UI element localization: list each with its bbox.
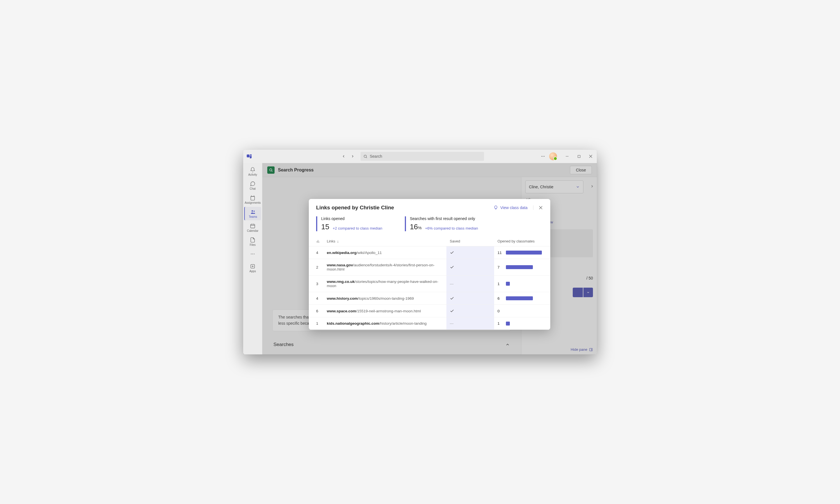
svg-point-17 bbox=[251, 254, 252, 254]
row-link[interactable]: en.wikipedia.org/wiki/Apollo_11 bbox=[323, 246, 446, 259]
stat-first-label: Searches with first result opened only bbox=[410, 216, 478, 221]
student-selector[interactable]: Cline, Christie bbox=[525, 180, 584, 193]
stat-links-label: Links opened bbox=[321, 216, 382, 221]
svg-rect-25 bbox=[590, 348, 593, 351]
table-row[interactable]: 4en.wikipedia.org/wiki/Apollo_1111 bbox=[309, 246, 550, 259]
check-icon bbox=[450, 296, 491, 301]
links-table: Links↓ Saved Opened by classmates 4en.wi… bbox=[309, 236, 550, 330]
rail-files-label: Files bbox=[250, 243, 255, 246]
view-class-data-link[interactable]: View class data bbox=[494, 205, 533, 210]
row-classmates: 1 bbox=[494, 275, 550, 292]
return-button[interactable] bbox=[573, 288, 583, 297]
bar-chart-icon bbox=[316, 239, 320, 243]
svg-point-23 bbox=[269, 169, 272, 171]
svg-point-11 bbox=[252, 210, 253, 212]
svg-point-12 bbox=[253, 211, 255, 212]
rail-activity[interactable]: Activity bbox=[244, 165, 261, 178]
svg-point-18 bbox=[252, 254, 253, 254]
close-button[interactable]: Close bbox=[570, 166, 592, 174]
next-student-button[interactable] bbox=[587, 184, 597, 188]
row-link[interactable]: www.nasa.gov/audience/forstudents/k-4/st… bbox=[323, 259, 446, 275]
row-saved: --- bbox=[446, 275, 494, 292]
search-icon bbox=[363, 154, 368, 159]
links-modal: Links opened by Christie Cline View clas… bbox=[309, 199, 550, 330]
searches-accordion[interactable]: Searches bbox=[272, 339, 511, 350]
titlebar: Search bbox=[243, 149, 597, 163]
rail-files[interactable]: Files bbox=[244, 235, 261, 248]
row-link[interactable]: www.rmg.co.uk/stories/topics/how-many-pe… bbox=[323, 275, 446, 292]
svg-rect-31 bbox=[319, 241, 319, 242]
row-count: 1 bbox=[309, 318, 323, 330]
row-classmates: 6 bbox=[494, 292, 550, 305]
rail-teams-label: Teams bbox=[249, 215, 257, 218]
not-saved-text: --- bbox=[450, 321, 454, 325]
rail-more[interactable] bbox=[244, 249, 261, 259]
svg-rect-29 bbox=[317, 241, 317, 242]
svg-rect-0 bbox=[247, 155, 250, 158]
rail-chat[interactable]: Chat bbox=[244, 179, 261, 192]
hide-pane-button[interactable]: Hide pane bbox=[571, 347, 593, 352]
rail-calendar[interactable]: Calendar bbox=[244, 221, 261, 234]
row-count: 4 bbox=[309, 246, 323, 259]
row-classmates: 1 bbox=[494, 318, 550, 330]
stat-links-value: 15 bbox=[321, 222, 329, 231]
table-row[interactable]: 2www.nasa.gov/audience/forstudents/k-4/s… bbox=[309, 259, 550, 275]
table-row[interactable]: 6www.space.com/15519-neil-armstrong-man-… bbox=[309, 305, 550, 318]
window-maximize-button[interactable] bbox=[575, 152, 583, 160]
check-icon bbox=[450, 309, 491, 313]
row-count: 3 bbox=[309, 275, 323, 292]
row-saved bbox=[446, 259, 494, 275]
row-classmates: 0 bbox=[494, 305, 550, 318]
row-link[interactable]: www.history.com/topics/1960s/moon-landin… bbox=[323, 292, 446, 305]
col-saved-header[interactable]: Saved bbox=[446, 236, 494, 246]
hide-pane-label: Hide pane bbox=[571, 347, 587, 352]
col-classmates-header[interactable]: Opened by classmates bbox=[494, 236, 550, 246]
stat-links-delta: +2 compared to class median bbox=[333, 226, 382, 231]
check-icon bbox=[450, 265, 491, 269]
modal-close-button[interactable] bbox=[538, 205, 543, 210]
row-link[interactable]: kids.nationalgeographic.com/history/arti… bbox=[323, 318, 446, 330]
row-link[interactable]: www.space.com/15519-neil-armstrong-man-m… bbox=[323, 305, 446, 318]
lightbulb-icon bbox=[494, 205, 498, 210]
row-count: 6 bbox=[309, 305, 323, 318]
rail-calendar-label: Calendar bbox=[247, 229, 258, 232]
nav-forward-button[interactable] bbox=[349, 152, 357, 160]
rail-apps[interactable]: Apps bbox=[244, 261, 261, 275]
rail-teams[interactable]: Teams bbox=[244, 207, 261, 220]
row-classmates: 11 bbox=[494, 246, 550, 259]
row-saved bbox=[446, 246, 494, 259]
searches-heading: Searches bbox=[273, 342, 294, 347]
content-area: Search Progress Close The searches that … bbox=[262, 163, 597, 355]
check-icon bbox=[450, 250, 491, 255]
rail-assignments-label: Assignments bbox=[245, 201, 261, 204]
subheader-title: Search Progress bbox=[278, 167, 314, 173]
table-row[interactable]: 1kids.nationalgeographic.com/history/art… bbox=[309, 318, 550, 330]
return-caret-button[interactable] bbox=[584, 288, 593, 297]
rail-assignments[interactable]: Assignments bbox=[244, 193, 261, 206]
svg-line-3 bbox=[366, 157, 367, 158]
view-class-data-label: View class data bbox=[500, 205, 528, 210]
window-close-button[interactable] bbox=[587, 152, 595, 160]
subheader: Search Progress Close bbox=[262, 163, 597, 177]
chevron-up-icon bbox=[505, 342, 510, 347]
user-avatar[interactable] bbox=[549, 152, 557, 160]
window-minimize-button[interactable] bbox=[563, 152, 571, 160]
col-links-header[interactable]: Links↓ bbox=[323, 236, 446, 246]
table-row[interactable]: 3www.rmg.co.uk/stories/topics/how-many-p… bbox=[309, 275, 550, 292]
nav-back-button[interactable] bbox=[340, 152, 347, 160]
row-saved bbox=[446, 305, 494, 318]
rail-activity-label: Activity bbox=[248, 173, 257, 176]
search-input[interactable]: Search bbox=[360, 152, 484, 161]
svg-point-19 bbox=[254, 254, 254, 254]
modal-title: Links opened by Christie Cline bbox=[316, 204, 394, 211]
teams-logo-icon bbox=[245, 152, 253, 160]
stat-links-opened: Links opened 15 +2 compared to class med… bbox=[316, 216, 382, 231]
svg-rect-8 bbox=[578, 155, 580, 158]
svg-rect-13 bbox=[251, 224, 255, 228]
row-classmates: 7 bbox=[494, 259, 550, 275]
rail-apps-label: Apps bbox=[250, 270, 256, 273]
svg-point-4 bbox=[541, 156, 542, 157]
stat-first-delta: +6% compared to class median bbox=[425, 226, 478, 231]
more-icon[interactable] bbox=[541, 154, 545, 159]
table-row[interactable]: 4www.history.com/topics/1960s/moon-landi… bbox=[309, 292, 550, 305]
